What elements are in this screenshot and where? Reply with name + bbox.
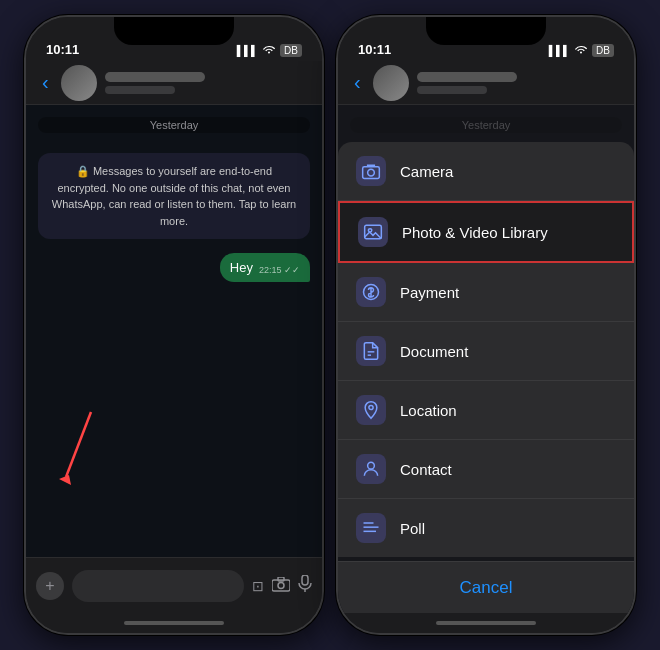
notch: [114, 17, 234, 45]
info-bubble-left: 🔒 Messages to yourself are end-to-end en…: [38, 153, 310, 239]
document-label: Document: [400, 343, 468, 360]
input-bar-left: + ⊡: [26, 557, 322, 613]
time-value-left: 22:15: [259, 265, 282, 275]
camera-icon-left[interactable]: [272, 577, 290, 595]
back-button-right[interactable]: ‹: [350, 67, 365, 98]
camera-menu-icon: [356, 156, 386, 186]
wifi-icon: [262, 45, 276, 57]
plus-icon-left: +: [45, 577, 54, 595]
status-icons-right: ▌▌▌ DB: [549, 44, 614, 57]
svg-point-3: [278, 582, 284, 588]
menu-item-payment[interactable]: Payment: [338, 263, 634, 322]
menu-item-contact[interactable]: Contact: [338, 440, 634, 499]
menu-item-photo-video[interactable]: Photo & Video Library: [338, 201, 634, 263]
message-bubble-left: Hey 22:15 ✓✓: [220, 253, 310, 282]
payment-menu-icon: [356, 277, 386, 307]
message-text-left: Hey: [230, 260, 253, 275]
input-icons-left: ⊡: [252, 575, 312, 596]
chat-date-right: Yesterday: [350, 117, 622, 133]
sticker-icon-left[interactable]: ⊡: [252, 578, 264, 594]
svg-point-15: [368, 462, 375, 469]
menu-item-camera[interactable]: Camera: [338, 142, 634, 201]
camera-label: Camera: [400, 163, 453, 180]
home-bar-right: [436, 621, 536, 625]
avatar-right: [373, 65, 409, 101]
check-marks-left: ✓✓: [284, 265, 300, 275]
status-time-left: 10:11: [46, 42, 79, 57]
menu-item-poll[interactable]: Poll: [338, 499, 634, 557]
cancel-label: Cancel: [460, 578, 513, 598]
photo-video-label: Photo & Video Library: [402, 224, 548, 241]
menu-item-document[interactable]: Document: [338, 322, 634, 381]
battery-icon-right: DB: [592, 44, 614, 57]
avatar-left: [61, 65, 97, 101]
status-time-right: 10:11: [358, 42, 391, 57]
location-label: Location: [400, 402, 457, 419]
attachment-menu: Camera Photo & Video Library Payment: [338, 142, 634, 557]
message-container-left: Hey 22:15 ✓✓: [38, 253, 310, 282]
contact-label: Contact: [400, 461, 452, 478]
home-bar-left: [124, 621, 224, 625]
contact-name-bar-right: [417, 72, 517, 82]
contact-menu-icon: [356, 454, 386, 484]
svg-point-14: [369, 405, 373, 409]
plus-button-left[interactable]: +: [36, 572, 64, 600]
wifi-icon-right: [574, 45, 588, 57]
nav-info-left: [105, 72, 310, 94]
home-indicator-left: [26, 613, 322, 633]
poll-menu-icon: [356, 513, 386, 543]
menu-item-location[interactable]: Location: [338, 381, 634, 440]
message-input-left[interactable]: [72, 570, 244, 602]
payment-label: Payment: [400, 284, 459, 301]
cancel-bar[interactable]: Cancel: [338, 561, 634, 613]
signal-icon: ▌▌▌: [237, 45, 258, 56]
mic-icon-left[interactable]: [298, 575, 312, 596]
contact-sub-bar: [105, 86, 175, 94]
back-button-left[interactable]: ‹: [38, 67, 53, 98]
svg-rect-5: [302, 575, 308, 585]
nav-bar-left: ‹: [26, 61, 322, 105]
signal-icon-right: ▌▌▌: [549, 45, 570, 56]
right-phone: 10:11 ▌▌▌ DB ‹ Yesterday 🔒 Messages to y…: [336, 15, 636, 635]
left-phone: 10:11 ▌▌▌ DB ‹ Yesterday 🔒 Messages to y…: [24, 15, 324, 635]
contact-name-bar: [105, 72, 205, 82]
photo-menu-icon: [358, 217, 388, 247]
document-menu-icon: [356, 336, 386, 366]
svg-marker-1: [59, 475, 71, 485]
location-menu-icon: [356, 395, 386, 425]
poll-label: Poll: [400, 520, 425, 537]
notch-right: [426, 17, 546, 45]
svg-line-0: [66, 412, 91, 477]
svg-point-8: [368, 169, 375, 176]
chat-body-left: Yesterday 🔒 Messages to yourself are end…: [26, 105, 322, 557]
svg-rect-4: [278, 577, 284, 581]
message-time-left: 22:15 ✓✓: [259, 265, 300, 275]
lock-icon-left: 🔒: [76, 165, 90, 177]
home-indicator-right: [338, 613, 634, 633]
arrow-annotation: [51, 407, 111, 487]
status-icons-left: ▌▌▌ DB: [237, 44, 302, 57]
chat-date-left: Yesterday: [38, 117, 310, 133]
nav-info-right: [417, 72, 622, 94]
battery-icon: DB: [280, 44, 302, 57]
contact-sub-bar-right: [417, 86, 487, 94]
nav-bar-right: ‹: [338, 61, 634, 105]
